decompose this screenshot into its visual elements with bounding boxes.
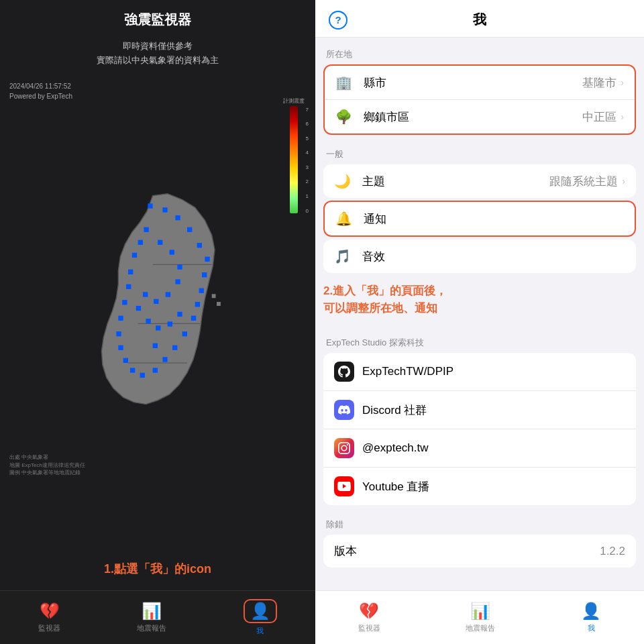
notification-icon: 🔔 (335, 211, 356, 227)
theme-icon: 🌙 (334, 173, 354, 189)
sound-row[interactable]: 🎵 音效 (323, 239, 636, 273)
map-credits: 出處 中央氣象署 地圖 ExpTech違用法律追究責任 圖例 中央氣象署等地地震… (9, 453, 85, 476)
right-page-title: 我 (473, 11, 486, 29)
right-annotation: 2.進入「我」的頁面後， 可以調整所在地、通知 (323, 282, 636, 317)
svg-rect-36 (168, 322, 172, 327)
right-report-label: 地震報告 (466, 623, 495, 633)
right-monitor-icon: 💔 (359, 602, 379, 621)
left-tab-me[interactable]: 👤 我 (231, 595, 289, 640)
svg-rect-14 (140, 373, 145, 378)
left-title: 強震監視器 (0, 11, 315, 29)
theme-label: 主題 (362, 174, 549, 189)
map-container: 2024/04/26 11:57:52 Powered by ExpTech (0, 70, 315, 590)
svg-rect-15 (130, 368, 135, 373)
svg-rect-24 (138, 240, 143, 245)
svg-rect-3 (187, 227, 192, 232)
district-row[interactable]: 🌳 鄉鎮市區 中正區 › (325, 99, 635, 133)
sound-icon: 🎵 (334, 248, 354, 264)
svg-rect-17 (118, 345, 123, 350)
monitor-icon: 💔 (40, 602, 60, 621)
notification-label: 通知 (364, 211, 624, 227)
legend-2: 2 (306, 178, 309, 184)
county-label: 縣市 (364, 75, 582, 91)
svg-rect-9 (191, 316, 196, 321)
county-chevron: › (621, 77, 624, 88)
github-label: ExpTechTW/DPIP (362, 365, 453, 378)
general-group: 🌙 主題 跟隨系統主題 › (323, 164, 636, 198)
theme-chevron: › (622, 176, 625, 186)
svg-rect-39 (212, 294, 216, 299)
debug-section-header: 除錯 (315, 508, 644, 535)
monitor-tab-label: 監視器 (38, 623, 60, 633)
left-tab-monitor[interactable]: 💔 監視器 (26, 598, 72, 637)
svg-rect-32 (143, 292, 148, 297)
me-icon-left: 👤 (250, 602, 270, 620)
github-row[interactable]: ExpTechTW/DPIP (323, 353, 636, 391)
version-value: 1.2.2 (600, 545, 625, 558)
legend-7: 7 (306, 107, 309, 113)
svg-rect-29 (175, 280, 180, 284)
right-tab-bar: 💔 監視器 📊 地震報告 👤 我 (315, 590, 644, 644)
subtitle-line2: 實際請以中央氣象署的資料為主 (97, 55, 219, 65)
right-monitor-label: 監視器 (358, 623, 380, 633)
theme-value: 跟隨系統主題 (549, 174, 618, 189)
svg-rect-1 (162, 208, 167, 213)
map-timestamp: 2024/04/26 11:57:52 Powered by ExpTech (9, 81, 72, 101)
taiwan-map (50, 186, 265, 481)
svg-rect-18 (116, 331, 121, 336)
district-chevron: › (621, 111, 624, 122)
legend-bar (290, 106, 298, 213)
theme-row[interactable]: 🌙 主題 跟隨系統主題 › (323, 164, 636, 198)
svg-rect-20 (122, 300, 127, 305)
right-tab-monitor[interactable]: 💔 監視器 (346, 598, 392, 637)
general-section-header: 一般 (315, 138, 644, 164)
right-tab-me[interactable]: 👤 我 (569, 598, 613, 637)
svg-rect-2 (175, 215, 180, 220)
svg-rect-11 (172, 345, 177, 350)
notification-group: 🔔 通知 (323, 201, 636, 237)
svg-rect-13 (153, 368, 158, 373)
legend-1: 1 (306, 193, 309, 199)
version-row: 版本 1.2.2 (323, 535, 636, 568)
instagram-icon (334, 438, 354, 458)
svg-rect-7 (199, 288, 204, 293)
svg-rect-27 (170, 250, 174, 255)
county-icon: 🏢 (335, 74, 356, 91)
right-tab-report[interactable]: 📊 地震報告 (453, 598, 507, 637)
github-icon (334, 362, 354, 382)
svg-rect-23 (132, 253, 137, 258)
svg-rect-35 (156, 326, 160, 331)
county-row[interactable]: 🏢 縣市 基隆市 › (325, 66, 635, 99)
right-content: 所在地 🏢 縣市 基隆市 › 🌳 鄉鎮市區 中正區 › 一般 🌙 主題 跟隨系統… (315, 38, 644, 590)
district-label: 鄉鎮市區 (364, 109, 582, 125)
youtube-row[interactable]: Youtube 直播 (323, 468, 636, 505)
district-icon: 🌳 (335, 109, 356, 125)
discord-row[interactable]: Discord 社群 (323, 391, 636, 429)
svg-rect-21 (126, 284, 131, 289)
svg-rect-0 (148, 204, 152, 209)
right-report-icon: 📊 (470, 602, 490, 621)
subtitle-line1: 即時資料僅供參考 (123, 41, 193, 51)
legend-title: 計測震度 (283, 97, 305, 105)
svg-rect-25 (144, 227, 148, 232)
district-value: 中正區 (582, 109, 616, 125)
right-me-label: 我 (588, 623, 595, 633)
instagram-row[interactable]: @exptech.tw (323, 429, 636, 468)
location-section-header: 所在地 (315, 38, 644, 64)
right-header: ? 我 (315, 0, 644, 38)
svg-rect-30 (166, 292, 170, 297)
legend-5: 5 (306, 136, 309, 142)
youtube-icon (334, 476, 354, 496)
help-icon: ? (335, 14, 341, 25)
right-panel: ? 我 所在地 🏢 縣市 基隆市 › 🌳 鄉鎮市區 中正區 › 一般 🌙 (315, 0, 644, 644)
svg-rect-10 (182, 331, 187, 336)
left-annotation: 1.點選「我」的icon (0, 561, 315, 577)
svg-rect-40 (217, 302, 221, 306)
help-button[interactable]: ? (329, 11, 347, 30)
svg-rect-8 (195, 302, 200, 307)
svg-rect-5 (205, 257, 209, 262)
svg-rect-28 (177, 265, 182, 270)
left-tab-report[interactable]: 📊 地震報告 (125, 598, 178, 637)
notification-row[interactable]: 🔔 通知 (325, 202, 635, 235)
legend-3: 3 (306, 164, 309, 170)
